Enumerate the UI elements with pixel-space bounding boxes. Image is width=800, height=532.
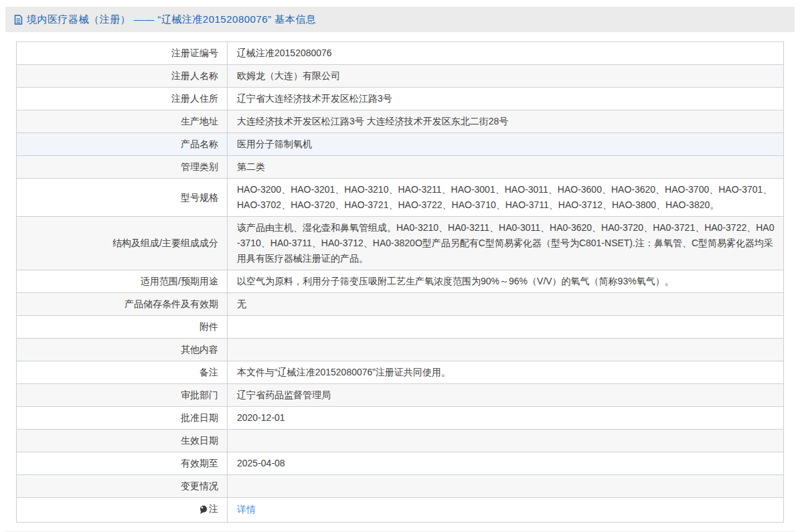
page-container: 境内医疗器械（注册） —— “辽械注准20152080076” 基本信息 注册证…: [5, 7, 795, 532]
table-row: 注 详情: [17, 498, 784, 523]
table-row: 审批部门 辽宁省药品监督管理局: [17, 384, 784, 407]
row-label: 注册人名称: [17, 65, 228, 88]
table-row: 生效日期: [17, 430, 784, 452]
row-value: 该产品由主机、湿化壶和鼻氧管组成。HA0-3210、HA0-3211、HA0-3…: [228, 217, 784, 270]
row-label: 结构及组成/主要组成成分: [17, 217, 228, 270]
row-value: 辽械注准20152080076: [228, 42, 784, 65]
row-value: 医用分子筛制氧机: [228, 133, 784, 156]
comment-balloon-icon: [199, 505, 208, 515]
row-value: 详情: [228, 498, 784, 523]
row-value: [228, 430, 784, 452]
row-value: HAO-3200、HAO-3201、HAO-3210、HAO-3211、HAO-…: [228, 179, 784, 217]
table-row: 型号规格 HAO-3200、HAO-3201、HAO-3210、HAO-3211…: [17, 179, 784, 217]
table-row: 注册人住所 辽宁省大连经济技术开发区松江路3号: [17, 88, 784, 110]
row-value: 本文件与“辽械注准20152080076”注册证共同使用。: [228, 361, 784, 384]
row-label: 生效日期: [17, 430, 228, 452]
page-title: 境内医疗器械（注册） —— “辽械注准20152080076” 基本信息: [27, 13, 316, 26]
table-row: 其他内容: [17, 339, 784, 361]
row-label: 批准日期: [17, 407, 228, 430]
table-row: 有效期至 2025-04-08: [17, 452, 784, 475]
table-row: 结构及组成/主要组成成分 该产品由主机、湿化壶和鼻氧管组成。HA0-3210、H…: [17, 217, 784, 270]
note-detail-link[interactable]: 详情: [237, 504, 256, 515]
row-value: [228, 339, 784, 361]
table-row: 生产地址 大连经济技术开发区松江路3号 大连经济技术开发区东北二街28号: [17, 110, 784, 133]
row-label: 管理类别: [17, 156, 228, 179]
row-value: 辽宁省大连经济技术开发区松江路3号: [228, 88, 784, 110]
row-value: 第二类: [228, 156, 784, 179]
row-value: [228, 475, 784, 498]
table-row: 注册证编号 辽械注准20152080076: [17, 42, 784, 65]
row-label: 型号规格: [17, 179, 228, 217]
content-area: 注册证编号 辽械注准20152080076 注册人名称 欧姆龙（大连）有限公司 …: [5, 32, 795, 531]
row-value: 2020-12-01: [228, 407, 784, 430]
row-label: 适用范围/预期用途: [17, 270, 228, 293]
table-row: 产品名称 医用分子筛制氧机: [17, 133, 784, 156]
registration-info-table: 注册证编号 辽械注准20152080076 注册人名称 欧姆龙（大连）有限公司 …: [16, 41, 784, 523]
row-value: [228, 316, 784, 339]
row-label: 注: [17, 498, 228, 523]
row-label: 注册证编号: [17, 42, 228, 65]
row-label: 审批部门: [17, 384, 228, 407]
table-row: 附件: [17, 316, 784, 339]
document-icon: [14, 15, 23, 25]
row-value: 2025-04-08: [228, 452, 784, 475]
table-row: 管理类别 第二类: [17, 156, 784, 179]
row-value: 以空气为原料，利用分子筛变压吸附工艺生产氧浓度范围为90%～96%（V/V）的氧…: [228, 270, 784, 293]
row-value: 大连经济技术开发区松江路3号 大连经济技术开发区东北二街28号: [228, 110, 784, 133]
table-row: 适用范围/预期用途 以空气为原料，利用分子筛变压吸附工艺生产氧浓度范围为90%～…: [17, 270, 784, 293]
row-label: 变更情况: [17, 475, 228, 498]
row-value: 辽宁省药品监督管理局: [228, 384, 784, 407]
table-row: 产品储存条件及有效期 无: [17, 293, 784, 316]
note-label-text: 注: [209, 501, 218, 517]
row-label: 其他内容: [17, 339, 228, 361]
row-label: 生产地址: [17, 110, 228, 133]
table-row: 变更情况: [17, 475, 784, 498]
row-label: 备注: [17, 361, 228, 384]
row-value: 欧姆龙（大连）有限公司: [228, 65, 784, 88]
title-bar: 境内医疗器械（注册） —— “辽械注准20152080076” 基本信息: [5, 7, 795, 32]
row-label: 产品名称: [17, 133, 228, 156]
table-row: 注册人名称 欧姆龙（大连）有限公司: [17, 65, 784, 88]
row-value: 无: [228, 293, 784, 316]
table-row: 批准日期 2020-12-01: [17, 407, 784, 430]
row-label: 附件: [17, 316, 228, 339]
row-label: 注册人住所: [17, 88, 228, 110]
row-label: 产品储存条件及有效期: [17, 293, 228, 316]
row-label: 有效期至: [17, 452, 228, 475]
table-row: 备注 本文件与“辽械注准20152080076”注册证共同使用。: [17, 361, 784, 384]
